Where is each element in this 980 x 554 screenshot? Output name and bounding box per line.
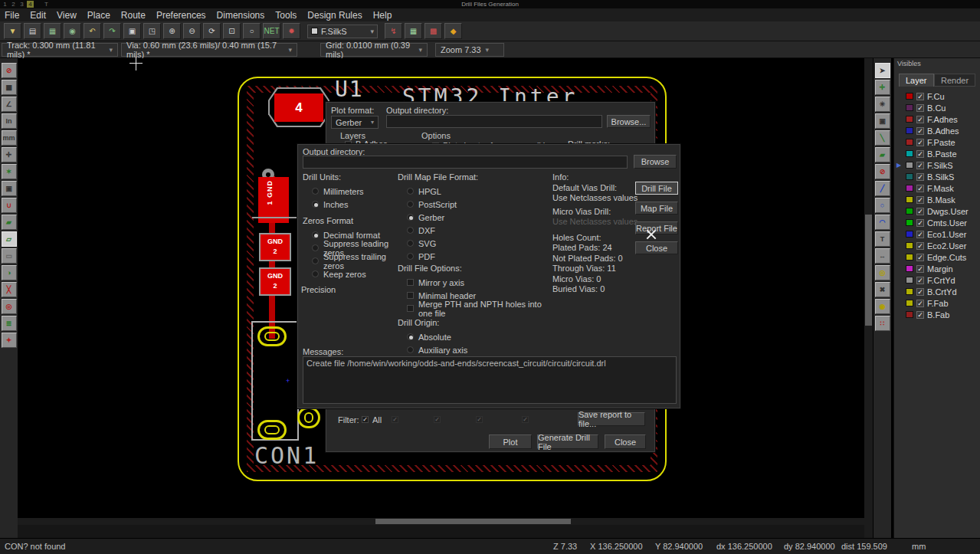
layer-color-swatch[interactable] xyxy=(906,173,913,180)
layer-row[interactable]: ▶ F.SilkS xyxy=(894,159,980,171)
high-contrast-icon[interactable]: ◑ xyxy=(2,265,17,280)
plot-button[interactable]: Plot xyxy=(489,434,532,449)
footprint-mode-icon[interactable]: ▦ xyxy=(405,23,422,39)
layer-row[interactable]: ▶ Dwgs.User xyxy=(894,205,980,217)
pad-gnd2-a[interactable]: GND2 xyxy=(259,233,291,261)
layer-color-swatch[interactable] xyxy=(906,150,913,157)
save-report-button[interactable]: Save report to file... xyxy=(578,412,645,426)
file-option-checkbox[interactable]: Merge PTH and NPTH holes into one file xyxy=(407,302,551,315)
zoom-in-icon[interactable]: ⊕ xyxy=(163,23,181,39)
layer-color-swatch[interactable] xyxy=(906,104,913,111)
via-size-dropdown[interactable]: Via: 0.60 mm (23.6 mils)/ 0.40 mm (15.7 … xyxy=(121,43,297,57)
zoom-fit-icon[interactable]: ⊡ xyxy=(223,23,241,39)
layer-color-swatch[interactable] xyxy=(906,265,913,272)
output-directory-input[interactable] xyxy=(303,156,628,169)
zeros-format-radio[interactable]: Suppress trailing zeros xyxy=(312,254,401,267)
units-mm-icon[interactable]: mm xyxy=(2,130,17,146)
zoom-out-icon[interactable]: ⊖ xyxy=(183,23,201,39)
redo-icon[interactable]: ↷ xyxy=(103,23,121,39)
add-keepout-icon[interactable]: ⊘ xyxy=(875,164,890,179)
layer-row[interactable]: ▶ B.Mask xyxy=(894,194,980,205)
layer-visibility-checkbox[interactable] xyxy=(916,173,924,181)
layer-visibility-checkbox[interactable] xyxy=(916,139,924,146)
layer-color-swatch[interactable] xyxy=(906,116,913,123)
menu-view[interactable]: View xyxy=(57,10,77,21)
menu-route[interactable]: Route xyxy=(121,10,146,21)
page-settings-icon[interactable]: ▤ xyxy=(24,23,41,39)
layer-color-swatch[interactable] xyxy=(906,254,913,261)
save-board-icon[interactable]: ▼ xyxy=(4,23,21,39)
horizontal-scrollbar-thumb[interactable] xyxy=(375,519,571,524)
pad-1-gnd[interactable]: 1 GND xyxy=(258,177,289,223)
cursor-shape-icon[interactable]: ✛ xyxy=(2,147,17,162)
highlight-net-icon[interactable]: ✛ xyxy=(875,80,890,95)
layer-row[interactable]: ▶ F.CrtYd xyxy=(894,274,980,286)
menu-edit[interactable]: Edit xyxy=(30,10,46,21)
pad-4[interactable]: 4 xyxy=(274,93,323,122)
workspace-2[interactable]: 2 xyxy=(10,1,17,8)
menu-tools[interactable]: Tools xyxy=(275,10,297,21)
map-format-radio[interactable]: Gerber xyxy=(407,211,551,224)
layer-visibility-checkbox[interactable] xyxy=(916,196,924,204)
drill-origin-radio[interactable]: Auxiliary axis xyxy=(407,343,551,356)
delete-icon[interactable]: ✖ xyxy=(875,282,890,297)
ratsnest-icon[interactable]: ✶ xyxy=(2,164,17,179)
redraw-icon[interactable]: ⟳ xyxy=(203,23,221,39)
layer-visibility-checkbox[interactable] xyxy=(916,300,924,307)
horizontal-scrollbar[interactable] xyxy=(18,518,864,525)
add-dimension-icon[interactable]: ↔ xyxy=(875,248,890,264)
layer-visibility-checkbox[interactable] xyxy=(916,311,924,319)
grid-visibility-icon[interactable]: ▦ xyxy=(2,80,17,95)
layer-visibility-checkbox[interactable] xyxy=(916,265,924,273)
layer-visibility-checkbox[interactable] xyxy=(916,277,924,284)
layer-row[interactable]: ▶ B.Fab xyxy=(894,309,980,320)
layer-color-swatch[interactable] xyxy=(906,311,913,318)
map-file-button[interactable]: Map File xyxy=(635,202,678,215)
find-icon[interactable]: ○ xyxy=(243,23,261,39)
layer-color-swatch[interactable] xyxy=(906,219,913,226)
units-inch-icon[interactable]: In xyxy=(2,113,17,129)
browse-button[interactable]: Browse xyxy=(634,155,677,169)
menu-dimensions[interactable]: Dimensions xyxy=(217,10,265,21)
layer-visibility-checkbox[interactable] xyxy=(916,231,924,238)
add-zone-icon[interactable]: ▰ xyxy=(875,147,890,162)
via-display-icon[interactable]: ◎ xyxy=(2,299,17,314)
zeros-format-radio[interactable]: Keep zeros xyxy=(312,267,401,280)
select-tool-icon[interactable]: ➤ xyxy=(875,63,890,78)
map-format-radio[interactable]: HPGL xyxy=(407,185,551,198)
layer-visibility-checkbox[interactable] xyxy=(916,116,924,123)
layer-color-swatch[interactable] xyxy=(906,162,913,169)
menu-preferences[interactable]: Preferences xyxy=(156,10,206,21)
layer-row[interactable]: ▶ F.Mask xyxy=(894,182,980,194)
close-button[interactable]: Close xyxy=(635,241,678,254)
auto-del-track-icon[interactable]: ∪ xyxy=(2,198,17,213)
layer-row[interactable]: ▶ Margin xyxy=(894,263,980,274)
filter-option-checkbox[interactable] xyxy=(434,416,441,423)
layer-color-swatch[interactable] xyxy=(906,300,913,307)
layer-row[interactable]: ▶ F.Paste xyxy=(894,136,980,148)
layer-row[interactable]: ▶ B.SilkS xyxy=(894,171,980,182)
map-format-radio[interactable]: SVG xyxy=(407,237,551,250)
map-format-radio[interactable]: PostScript xyxy=(407,198,551,211)
tab-layer[interactable]: Layer xyxy=(899,74,934,87)
menu-design-rules[interactable]: Design Rules xyxy=(307,10,362,21)
layer-color-swatch[interactable] xyxy=(906,242,913,249)
drc-off-icon[interactable]: ⊘ xyxy=(2,63,17,78)
layer-visibility-checkbox[interactable] xyxy=(916,208,924,215)
layer-color-swatch[interactable] xyxy=(906,185,913,192)
layer-row[interactable]: ▶ Cmts.User xyxy=(894,217,980,228)
vertical-scrollbar-thumb[interactable] xyxy=(865,215,872,326)
layer-row[interactable]: ▶ B.Paste xyxy=(894,148,980,159)
add-target-icon[interactable]: ◎ xyxy=(875,265,890,280)
layer-row[interactable]: ▶ B.Cu xyxy=(894,102,980,113)
menu-file[interactable]: File xyxy=(5,10,19,21)
add-track-icon[interactable]: ╲ xyxy=(875,130,890,146)
track-via-icon[interactable]: ↯ xyxy=(385,23,402,39)
map-format-radio[interactable]: PDF xyxy=(407,250,551,263)
workspace-4-active[interactable]: 4 xyxy=(27,1,34,8)
layer-row[interactable]: ▶ Eco1.User xyxy=(894,228,980,240)
add-footprint-icon[interactable]: ▣ xyxy=(875,113,890,129)
menu-help[interactable]: Help xyxy=(373,10,392,21)
map-format-radio[interactable]: DXF xyxy=(407,224,551,237)
microwave-tools-icon[interactable]: ◆ xyxy=(444,23,462,39)
